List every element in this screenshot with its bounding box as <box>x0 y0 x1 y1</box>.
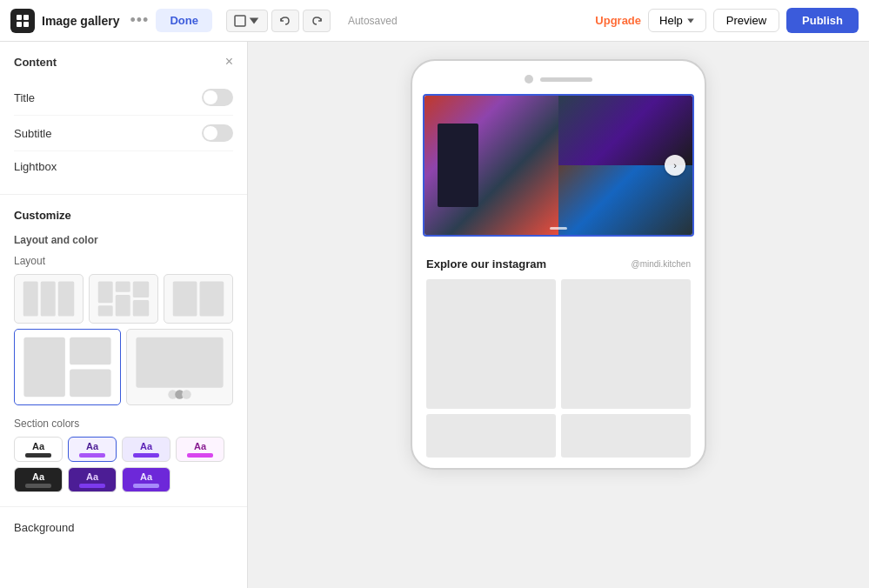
chevron-down-icon <box>686 17 695 25</box>
view-mode-button[interactable] <box>226 10 268 32</box>
canvas-area: › Explore our instagram @mindi.kitchen <box>248 42 869 588</box>
customize-title: Customize <box>14 209 233 222</box>
phone-camera <box>525 75 533 84</box>
gallery-next-button[interactable]: › <box>665 155 685 176</box>
svg-rect-18 <box>70 370 110 398</box>
layout-option-masonry[interactable] <box>89 274 158 324</box>
close-content-button[interactable]: × <box>225 54 233 70</box>
chevron-down-icon <box>248 15 260 27</box>
instagram-section: Explore our instagram @mindi.kitchen <box>412 247 705 468</box>
layout-color-title: Layout and color <box>14 234 233 246</box>
instagram-grid-row1 <box>426 279 691 409</box>
preview-button[interactable]: Preview <box>713 9 779 32</box>
title-label: Title <box>14 91 35 104</box>
svg-rect-15 <box>200 282 224 317</box>
background-section: Background <box>0 506 247 548</box>
gallery-img-right-bottom <box>558 165 692 235</box>
svg-rect-14 <box>173 282 197 317</box>
done-button[interactable]: Done <box>156 9 212 32</box>
svg-rect-12 <box>133 282 149 297</box>
svg-rect-0 <box>17 15 22 20</box>
layout-option-dots[interactable] <box>126 329 233 405</box>
topbar-right: Upgrade Help Preview Publish <box>595 8 859 33</box>
left-panel: Content × Title Subtitle Lightbox Custom… <box>0 42 248 588</box>
autosave-status: Autosaved <box>348 15 398 27</box>
svg-rect-11 <box>116 295 130 317</box>
upgrade-button[interactable]: Upgrade <box>595 14 641 27</box>
colors-label: Section colors <box>14 418 233 430</box>
color-swatch-light-pink[interactable]: Aa <box>176 437 224 462</box>
svg-rect-16 <box>23 337 64 398</box>
topbar: Image gallery ••• Done Autosaved Upgrade… <box>0 0 869 42</box>
tool-group <box>226 10 331 32</box>
svg-rect-6 <box>41 282 56 317</box>
layout-color-subsection: Layout and color Layout <box>14 234 233 492</box>
svg-point-22 <box>182 390 191 399</box>
content-section: Content × Title Subtitle Lightbox <box>0 42 247 195</box>
instagram-header: Explore our instagram @mindi.kitchen <box>426 257 691 271</box>
color-swatch-black[interactable]: Aa <box>14 467 63 492</box>
color-swatch-light-purple[interactable]: Aa <box>68 437 117 462</box>
phone-notch <box>412 75 705 94</box>
more-options-button[interactable]: ••• <box>130 11 150 30</box>
phone-frame: › Explore our instagram @mindi.kitchen <box>411 59 706 470</box>
help-button[interactable]: Help <box>648 9 706 32</box>
color-options: Aa Aa Aa Aa <box>14 437 233 462</box>
app-title: Image gallery <box>42 14 120 28</box>
main-layout: Content × Title Subtitle Lightbox Custom… <box>0 42 869 588</box>
instagram-cell-4 <box>561 414 691 458</box>
instagram-cell-3 <box>426 414 556 458</box>
layout-options-row1 <box>14 274 233 324</box>
layout-label: Layout <box>14 255 233 267</box>
svg-rect-10 <box>116 282 130 292</box>
svg-rect-17 <box>70 337 110 365</box>
layout-option-grid2[interactable] <box>164 274 233 324</box>
svg-rect-5 <box>23 282 38 317</box>
subtitle-toggle-row: Subtitle <box>14 116 233 151</box>
title-toggle[interactable] <box>202 89 233 106</box>
subtitle-toggle[interactable] <box>202 124 233 142</box>
svg-rect-8 <box>98 282 113 304</box>
color-options-dark: Aa Aa Aa <box>14 467 233 492</box>
instagram-handle: @mindi.kitchen <box>631 259 691 269</box>
publish-button[interactable]: Publish <box>786 8 859 33</box>
instagram-title: Explore our instagram <box>426 257 546 271</box>
art-bottom-right-image <box>558 165 692 235</box>
svg-rect-3 <box>23 22 29 27</box>
gallery-frame: › <box>423 94 694 237</box>
svg-rect-9 <box>98 305 113 316</box>
instagram-cell-1 <box>426 279 556 409</box>
background-label: Background <box>14 521 74 534</box>
background-row: Background <box>0 507 247 548</box>
gallery-dot-indicator <box>550 227 567 230</box>
subtitle-label: Subtitle <box>14 127 51 140</box>
layout-option-grid3[interactable] <box>14 274 84 324</box>
color-swatch-white[interactable]: Aa <box>14 437 63 462</box>
svg-rect-19 <box>136 337 223 388</box>
svg-rect-1 <box>23 15 29 20</box>
svg-rect-13 <box>133 300 149 316</box>
undo-button[interactable] <box>271 10 299 32</box>
color-swatch-med-purple[interactable]: Aa <box>122 437 170 462</box>
layout-options-row2 <box>14 329 233 405</box>
gallery-images <box>424 96 692 235</box>
lightbox-row: Lightbox <box>14 151 233 182</box>
svg-rect-4 <box>235 16 245 26</box>
redo-button[interactable] <box>303 10 331 32</box>
customize-section: Customize Layout and color Layout <box>0 195 247 506</box>
layout-option-split[interactable] <box>14 329 121 405</box>
content-section-header: Content × <box>14 54 233 70</box>
phone-speaker <box>540 77 592 82</box>
lightbox-label: Lightbox <box>14 160 57 173</box>
svg-rect-2 <box>17 22 22 27</box>
svg-rect-7 <box>58 282 74 317</box>
art-main-image <box>424 96 558 235</box>
title-toggle-row: Title <box>14 80 233 116</box>
color-swatch-dark-purple[interactable]: Aa <box>68 467 117 492</box>
color-swatch-dark-violet[interactable]: Aa <box>122 467 170 492</box>
content-section-title: Content <box>14 56 57 69</box>
instagram-cell-2 <box>561 279 691 409</box>
app-icon <box>10 9 35 33</box>
instagram-grid-row2 <box>426 414 691 458</box>
gallery-img-left <box>424 96 558 235</box>
